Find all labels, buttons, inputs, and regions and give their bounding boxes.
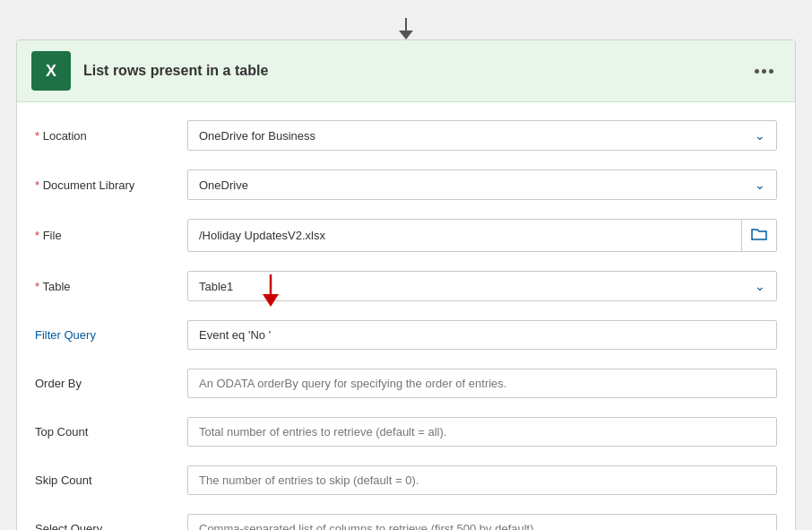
document-library-row: Document Library OneDrive ⌄ (35, 161, 777, 210)
select-query-label: Select Query (35, 522, 187, 530)
table-dropdown[interactable]: Table1 ⌄ (187, 271, 777, 301)
document-library-label: Document Library (35, 178, 187, 192)
order-by-row: Order By (35, 360, 777, 408)
folder-icon (751, 227, 767, 241)
top-count-input[interactable] (187, 417, 777, 447)
file-input-value: /Holiday UpdatesV2.xlsx (188, 222, 741, 249)
file-browse-button[interactable] (741, 220, 776, 251)
skip-count-row: Skip Count (35, 456, 777, 505)
select-query-control[interactable] (187, 514, 777, 530)
table-label: Table (35, 280, 187, 293)
location-label: Location (35, 129, 187, 143)
file-label: File (35, 229, 187, 242)
action-card: X List rows present in a table Location … (16, 39, 796, 530)
table-value: Table1 (199, 280, 233, 293)
order-by-label: Order By (35, 377, 187, 390)
select-query-row: Select Query (35, 505, 777, 530)
skip-count-control[interactable] (187, 465, 777, 495)
order-by-control[interactable] (187, 369, 777, 398)
top-count-row: Top Count (35, 408, 777, 456)
location-dropdown[interactable]: OneDrive for Business ⌄ (187, 120, 777, 151)
select-query-input[interactable] (187, 514, 777, 530)
filter-query-input[interactable] (187, 320, 777, 350)
arrow-head (399, 30, 413, 39)
document-library-chevron-icon: ⌄ (755, 178, 765, 192)
card-title: List rows present in a table (83, 63, 268, 79)
card-header: X List rows present in a table (17, 40, 795, 102)
skip-count-label: Skip Count (35, 474, 187, 487)
top-count-control[interactable] (187, 417, 777, 447)
table-chevron-icon: ⌄ (755, 279, 765, 293)
more-dot-2 (762, 69, 766, 74)
connector-arrow (399, 18, 413, 39)
location-value: OneDrive for Business (199, 129, 315, 143)
filter-query-control[interactable] (187, 320, 777, 350)
excel-icon-label: X (46, 62, 56, 81)
document-library-control[interactable]: OneDrive ⌄ (187, 169, 777, 200)
more-options-button[interactable] (747, 65, 781, 77)
skip-count-input[interactable] (187, 465, 777, 495)
table-row: Table Table1 ⌄ (35, 262, 777, 311)
file-input-control[interactable]: /Holiday UpdatesV2.xlsx (187, 219, 777, 252)
more-dot-1 (755, 69, 759, 74)
location-row: Location OneDrive for Business ⌄ (35, 111, 777, 161)
document-library-dropdown[interactable]: OneDrive ⌄ (187, 169, 777, 200)
file-control[interactable]: /Holiday UpdatesV2.xlsx (187, 219, 777, 252)
file-row: File /Holiday UpdatesV2.xlsx (35, 210, 777, 262)
excel-icon: X (31, 51, 71, 91)
card-header-left: X List rows present in a table (31, 51, 268, 91)
location-control[interactable]: OneDrive for Business ⌄ (187, 120, 777, 151)
order-by-input[interactable] (187, 369, 777, 398)
top-count-label: Top Count (35, 425, 187, 439)
document-library-value: OneDrive (199, 178, 248, 192)
table-control[interactable]: Table1 ⌄ (187, 271, 777, 301)
page-wrapper: X List rows present in a table Location … (16, 18, 796, 530)
location-chevron-icon: ⌄ (755, 128, 765, 143)
card-body: Location OneDrive for Business ⌄ Documen… (17, 102, 795, 530)
arrow-line (405, 18, 407, 30)
more-dot-3 (769, 69, 773, 74)
filter-query-row: Filter Query (35, 311, 777, 360)
filter-query-label: Filter Query (35, 328, 187, 342)
